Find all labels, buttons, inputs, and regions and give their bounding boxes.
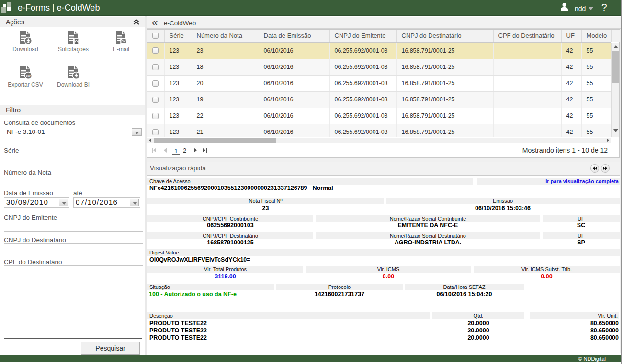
- svg-text:csv: csv: [26, 74, 31, 77]
